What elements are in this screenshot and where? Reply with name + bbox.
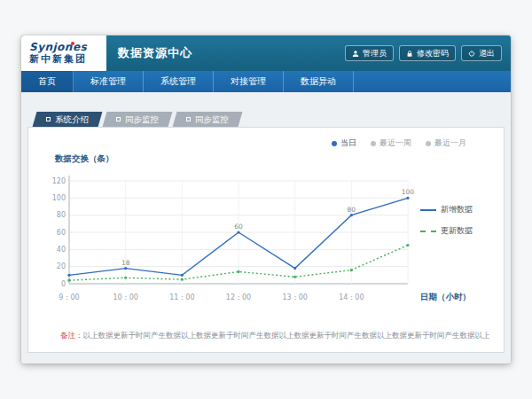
x-axis-title: 日期（小时） xyxy=(420,292,489,303)
svg-text:80: 80 xyxy=(57,211,66,219)
dot-icon xyxy=(332,141,337,146)
dot-icon xyxy=(371,141,376,146)
content-card: 当日 最近一周 最近一月 数据交换（条） 0204060801001209：00… xyxy=(27,127,505,353)
page-title: 数据资源中心 xyxy=(118,45,192,61)
filter-last-week[interactable]: 最近一周 xyxy=(371,137,411,149)
svg-text:100: 100 xyxy=(402,188,415,196)
change-password-button[interactable]: 修改密码 xyxy=(399,45,456,61)
legend-update-data-label: 更新数据 xyxy=(441,225,473,237)
square-bullet-icon xyxy=(116,117,121,121)
svg-text:0: 0 xyxy=(61,280,66,288)
lock-icon xyxy=(406,50,413,58)
nav-item-home[interactable]: 首页 xyxy=(21,71,74,92)
filter-today[interactable]: 当日 xyxy=(332,137,356,149)
filter-today-label: 当日 xyxy=(340,137,356,149)
nav-item-standard-mgmt[interactable]: 标准管理 xyxy=(74,71,144,92)
svg-text:12：00: 12：00 xyxy=(226,293,251,301)
svg-text:10：00: 10：00 xyxy=(113,293,137,301)
svg-text:18: 18 xyxy=(121,259,130,267)
solid-line-icon xyxy=(420,209,436,211)
tab-bar: 系统介绍 同步监控 同步监控 xyxy=(35,112,505,127)
svg-text:60: 60 xyxy=(234,223,243,231)
brand-logo: Synjones 新中新集团 xyxy=(21,35,106,71)
logo-accent-dot-icon xyxy=(71,42,74,45)
chart-side-panel: 新增数据 更新数据 日期（小时） xyxy=(415,167,489,307)
desktop-background: Synjones 新中新集团 数据资源中心 管理员 修改密码 xyxy=(0,0,532,399)
tab-sync-monitor-2[interactable]: 同步监控 xyxy=(173,112,243,127)
filter-last-month-label: 最近一月 xyxy=(434,137,466,149)
line-chart: 0204060801001209：0010：0011：0012：0013：001… xyxy=(43,167,415,307)
note-label: 备注： xyxy=(60,331,83,340)
logo-company: 新中新集团 xyxy=(29,53,106,66)
logout-button[interactable]: 退出 xyxy=(461,45,502,61)
note-text: 以上数据更新于时间产生数据以上数据更新于时间产生数据以上数据更新于时间产生数据以… xyxy=(83,331,490,340)
svg-text:13：00: 13：00 xyxy=(282,293,307,301)
app-window: Synjones 新中新集团 数据资源中心 管理员 修改密码 xyxy=(21,35,511,364)
svg-text:20: 20 xyxy=(57,262,66,270)
tab-sync-monitor-2-label: 同步监控 xyxy=(195,112,229,127)
power-icon xyxy=(468,50,475,58)
main-nav: 首页 标准管理 系统管理 对接管理 数据异动 xyxy=(21,71,511,92)
legend-update-data[interactable]: 更新数据 xyxy=(420,225,489,237)
dashed-line-icon xyxy=(420,231,436,232)
logo-text: Synjones xyxy=(29,42,106,53)
change-password-button-label: 修改密码 xyxy=(417,48,449,59)
svg-text:14：00: 14：00 xyxy=(339,293,364,301)
tab-system-intro-label: 系统介绍 xyxy=(55,112,89,127)
note: 备注：以上数据更新于时间产生数据以上数据更新于时间产生数据以上数据更新于时间产生… xyxy=(43,331,489,341)
svg-text:100: 100 xyxy=(52,194,66,202)
svg-text:60: 60 xyxy=(57,229,66,237)
filter-last-month[interactable]: 最近一月 xyxy=(426,137,466,149)
svg-text:9：00: 9：00 xyxy=(59,293,79,301)
admin-button-label: 管理员 xyxy=(363,48,387,59)
user-icon xyxy=(352,50,359,58)
content-area: 系统介绍 同步监控 同步监控 xyxy=(21,92,511,364)
tab-system-intro[interactable]: 系统介绍 xyxy=(33,112,103,127)
tab-sync-monitor-1-label: 同步监控 xyxy=(125,112,159,127)
svg-text:40: 40 xyxy=(57,246,66,254)
app-header: Synjones 新中新集团 数据资源中心 管理员 修改密码 xyxy=(21,35,511,71)
chart-legend: 新增数据 更新数据 xyxy=(420,204,489,237)
square-bullet-icon xyxy=(46,117,51,121)
square-bullet-icon xyxy=(186,117,191,121)
svg-text:11：00: 11：00 xyxy=(169,293,194,301)
header-actions: 管理员 修改密码 退出 xyxy=(345,45,502,61)
dot-icon xyxy=(426,141,431,146)
nav-item-connect-mgmt[interactable]: 对接管理 xyxy=(214,71,284,92)
admin-button[interactable]: 管理员 xyxy=(345,45,394,61)
y-axis-title: 数据交换（条） xyxy=(55,153,489,165)
svg-text:80: 80 xyxy=(348,206,356,214)
nav-item-data-change[interactable]: 数据异动 xyxy=(284,71,354,92)
chart-block: 0204060801001209：0010：0011：0012：0013：001… xyxy=(43,167,489,307)
legend-new-data[interactable]: 新增数据 xyxy=(420,204,489,215)
filter-last-week-label: 最近一周 xyxy=(379,137,411,149)
legend-new-data-label: 新增数据 xyxy=(441,204,473,215)
svg-text:120: 120 xyxy=(52,177,66,185)
chart-filters: 当日 最近一周 最近一月 xyxy=(43,137,489,149)
nav-item-system-mgmt[interactable]: 系统管理 xyxy=(144,71,214,92)
logout-button-label: 退出 xyxy=(479,48,495,59)
tab-sync-monitor-1[interactable]: 同步监控 xyxy=(103,112,173,127)
